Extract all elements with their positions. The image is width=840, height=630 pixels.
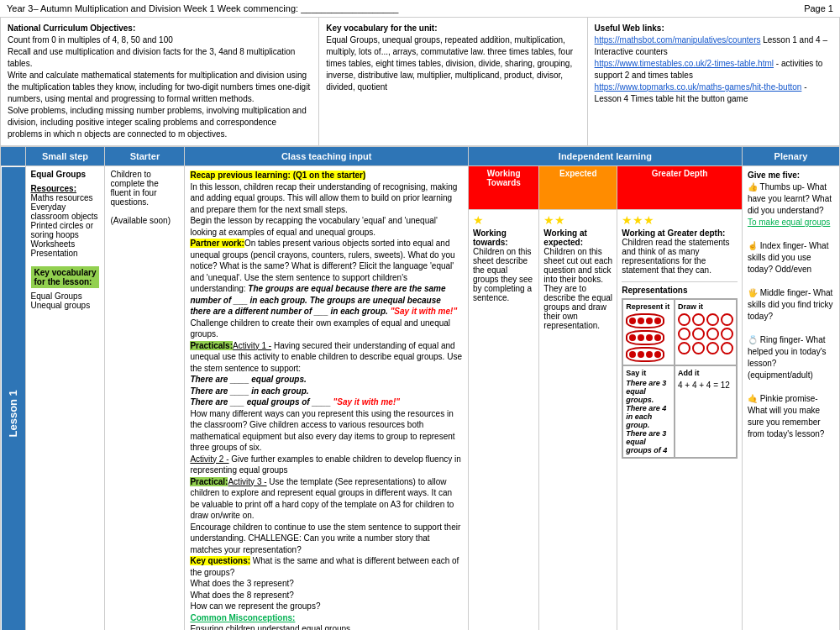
vocab-list: Equal Groups Unequal groups — [31, 291, 100, 310]
working-towards-body: Children on this sheet describe the equa… — [473, 247, 533, 302]
ring-text: Ring finger- What helped you in today's … — [748, 335, 827, 380]
key-vocab-title: Key vocabulary for the unit: — [326, 24, 437, 33]
lesson-label-cell: Lesson 1 — [1, 166, 26, 631]
activity3-label: Activity 3 - — [228, 477, 266, 486]
greater-depth-stars: ★★★ — [622, 213, 738, 227]
ind-learning-header: Independent learning — [468, 147, 742, 166]
resource-2: Everyday classroom objects — [31, 202, 98, 221]
top-info-col2: Key vocabulary for the unit: Equal Group… — [319, 18, 587, 145]
resource-1: Maths resources — [31, 193, 93, 202]
draw-it-visual — [678, 313, 733, 354]
practicals-label: Practicals: — [190, 341, 233, 350]
pinkie-icon: 🤙 — [748, 394, 758, 403]
index-icon: ☝ — [748, 241, 758, 250]
question-2: What does the 8 represent? — [190, 591, 293, 600]
expected-cell: ★★ Working at expected: Children on this… — [539, 209, 617, 630]
expected-header: Expected — [539, 166, 617, 210]
para2: Begin the lesson by recapping the vocabu… — [190, 216, 438, 237]
say-it-body: There are 3 equal groups.There are 4 in … — [626, 379, 671, 454]
middle-icon: 🖐 — [748, 288, 758, 297]
pinkie-text: Pinkie promise- What will you make sure … — [748, 394, 824, 438]
class-teaching-header: Class teaching input — [185, 147, 469, 166]
key-vocab-text: Equal Groups, unequal groups, repeated a… — [326, 35, 573, 92]
plenary-cell: Give me five: 👍 Thumbs up- What have you… — [742, 166, 839, 631]
working-towards-cell: ★ Working towards: Children on this shee… — [468, 209, 538, 630]
vocab-item-1: Equal Groups — [31, 291, 82, 301]
class-teaching-cell: Recap previous learning: (Q1 on the star… — [185, 166, 469, 631]
representations-title: Representations — [622, 286, 738, 295]
greater-depth-body: Children read the statements and think o… — [622, 238, 729, 275]
partner-work-label: Partner work: — [190, 239, 244, 248]
equal-groups-title: Equal Groups — [31, 170, 87, 179]
greater-depth-label: Working at Greater depth: — [622, 228, 725, 238]
key-vocab-label: Key vocabulary for the lesson: — [31, 266, 100, 288]
to-make-equal-groups: To make equal groups — [748, 218, 830, 227]
web-links-title: Useful Web links: — [595, 24, 664, 33]
key-vocab-box: Key vocabulary for the lesson: — [31, 266, 100, 288]
nc-objectives-text: Count from 0 in multiples of 4, 8, 50 an… — [8, 35, 310, 139]
page-number: Page 1 — [804, 3, 833, 13]
greater-depth-header: Greater Depth — [617, 166, 743, 210]
web-link-1[interactable]: https://mathsbot.com/manipulatives/count… — [595, 35, 761, 45]
activity2-text: Give further examples to enable children… — [190, 454, 460, 475]
say-it-label: Say it — [626, 369, 671, 377]
top-info: National Curriculum Objectives: Count fr… — [0, 18, 840, 146]
starter-cell: Children to complete the fluent in four … — [105, 166, 185, 631]
resource-3: Printed circles or soring hoops — [31, 221, 93, 239]
represent-it-cell: Represent it — [622, 299, 675, 365]
thumb-icon: 👍 — [748, 182, 758, 192]
working-star: ★ — [473, 213, 534, 227]
plenary-title: Give me five: — [748, 171, 800, 180]
web-link-3[interactable]: https://www.topmarks.co.uk/maths-games/h… — [595, 82, 802, 92]
represent-it-visual — [626, 313, 671, 362]
resource-4: Worksheets — [31, 239, 76, 249]
starter-text: Children to complete the fluent in four … — [110, 170, 158, 207]
activity3-practical-label: Practical: — [190, 477, 228, 486]
representations-section: Representations Represent it — [622, 281, 738, 459]
page-title: Year 3– Autumn Multiplication and Divisi… — [7, 3, 398, 13]
say-it-2: "Say it with me!" — [333, 397, 400, 407]
thumbs-up-text: Thumbs up- What have you learnt? What di… — [748, 182, 832, 215]
main-table: Small step Starter Class teaching input … — [0, 146, 840, 630]
say-it-cell: Say it There are 3 equal groups.There ar… — [622, 365, 675, 458]
question-1: What does the 3 represent? — [190, 579, 293, 588]
working-towards-header: Working Towards — [468, 166, 538, 210]
starter-available: (Available soon) — [110, 216, 171, 225]
para1: In this lesson, children recap their und… — [190, 182, 457, 214]
index-text: Index finger- What skills did you use to… — [748, 241, 829, 274]
resource-5: Presentation — [31, 249, 78, 258]
add-it-label: Add it — [678, 369, 733, 377]
activity1-label: Activity 1 - — [233, 341, 271, 350]
misconception-1: Ensuring children understand equal group… — [190, 624, 350, 630]
web-link-2[interactable]: https://www.timestables.co.uk/2-times-ta… — [595, 59, 774, 68]
activity2-label: Activity 2 - — [190, 454, 228, 464]
challenge-text: Challenge children to create their own e… — [190, 318, 450, 339]
question-3: How can we represent the groups? — [190, 601, 320, 611]
recap-label: Recap previous learning: (Q1 on the star… — [190, 171, 365, 180]
middle-text: Middle finger- What skills did you find … — [748, 288, 833, 321]
represent-it-label: Represent it — [626, 302, 671, 311]
resources-section: Resources: Maths resources Everyday clas… — [31, 184, 100, 258]
key-questions-label: Key questions: — [190, 556, 250, 565]
expected-stars: ★★ — [543, 213, 612, 227]
working-towards-label: Working towards: — [473, 228, 508, 247]
encourage-text: Encourage children to continue to use th… — [190, 522, 460, 554]
lesson-header — [1, 147, 26, 166]
small-step-header: Small step — [25, 147, 105, 166]
nc-objectives-title: National Curriculum Objectives: — [8, 24, 135, 33]
top-info-col1: National Curriculum Objectives: Count fr… — [1, 18, 319, 145]
greater-depth-cell: ★★★ Working at Greater depth: Children r… — [617, 209, 743, 630]
starter-header: Starter — [105, 147, 185, 166]
vocab-item-2: Unequal groups — [31, 301, 91, 310]
expected-body: Children on this sheet cut out each ques… — [543, 247, 612, 330]
ring-icon: 💍 — [748, 335, 758, 344]
draw-it-label: Draw it — [678, 302, 733, 311]
expected-label: Working at expected: — [543, 228, 586, 247]
resources-label: Resources: — [31, 184, 76, 193]
top-info-col3: Useful Web links: https://mathsbot.com/m… — [588, 18, 839, 145]
draw-it-cell: Draw it — [675, 299, 737, 365]
small-step-cell: Equal Groups Resources: Maths resources … — [25, 166, 105, 631]
rep-grid: Represent it — [622, 298, 738, 459]
add-it-cell: Add it 4 + 4 + 4 = 12 — [675, 365, 737, 458]
say-it-1: "Say it with me!" — [391, 307, 458, 316]
